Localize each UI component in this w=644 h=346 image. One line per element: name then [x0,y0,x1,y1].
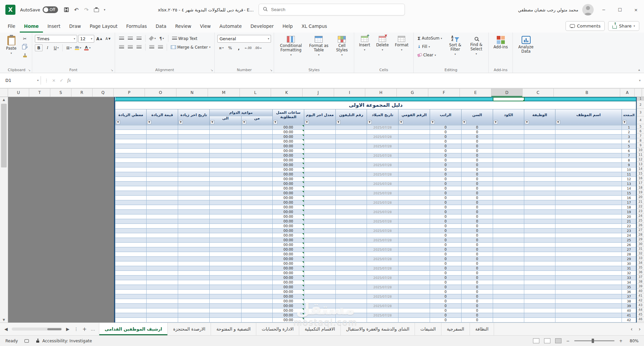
cell[interactable] [555,144,622,149]
filter-dropdown-P[interactable]: ▼ [116,120,120,124]
row-number-19[interactable]: 19 [637,190,644,195]
cell[interactable] [115,294,147,299]
cell[interactable] [304,313,336,318]
cell[interactable] [524,182,555,186]
cell[interactable] [178,97,210,101]
cell[interactable] [210,182,241,186]
search-input[interactable] [271,7,400,12]
cell[interactable] [178,276,210,280]
row-number-22[interactable]: 22 [637,204,644,209]
table-header-P[interactable]: معطي الزيادة▼ [115,109,147,125]
filter-dropdown-L[interactable]: ▼ [242,120,246,124]
cell[interactable] [241,243,273,247]
cell[interactable] [210,158,241,163]
cell[interactable] [178,229,210,233]
cell[interactable] [336,186,367,191]
cell[interactable] [115,158,147,163]
cell[interactable] [493,144,524,149]
cell[interactable]: 0 [462,205,493,210]
cell[interactable] [178,135,210,139]
row-number-1[interactable]: 1 [637,97,644,101]
cell[interactable] [115,191,147,196]
cell[interactable] [555,139,622,144]
row-number-32[interactable]: 32 [637,251,644,256]
cell[interactable] [210,125,241,130]
alignment-dialog-launcher[interactable]: ↘ [211,68,213,72]
cell[interactable] [398,135,430,139]
column-header-L[interactable]: L [240,89,271,97]
sheet-tab[interactable]: الارصدة المحتجزة [168,323,211,335]
cell[interactable] [398,290,430,294]
number-format-combo[interactable]: General▾ [217,35,271,43]
cell[interactable]: 41 [622,313,636,318]
cell[interactable] [210,304,241,308]
cell[interactable] [115,276,147,280]
cell[interactable]: 00:00 [273,266,304,271]
cell[interactable]: 35 [622,285,636,290]
cell[interactable]: 0 [462,144,493,149]
cell[interactable]: 0 [462,318,493,323]
cell[interactable]: 2025/07/28 [367,257,398,261]
column-header-G[interactable]: G [397,89,428,97]
cell[interactable] [493,257,524,261]
bold-button[interactable]: B [35,44,43,51]
cell[interactable] [210,229,241,233]
font-color-button[interactable]: A▾ [83,44,92,51]
analyze-data-button[interactable]: Analyze Data [516,35,536,67]
cell[interactable] [336,294,367,299]
cell[interactable] [304,182,336,186]
page-layout-view-button[interactable] [544,338,550,343]
cell[interactable] [336,135,367,139]
cell[interactable]: 00:00 [273,144,304,149]
filter-dropdown-J[interactable]: ▼ [305,120,309,124]
row-number-37[interactable]: 37 [637,275,644,279]
cell[interactable] [524,177,555,182]
ribbon-tab-draw[interactable]: Draw [65,19,85,33]
cell[interactable]: 00:00 [273,153,304,158]
cell[interactable]: 0 [430,144,462,149]
cell[interactable] [398,158,430,163]
cell[interactable] [398,257,430,261]
row-number-33[interactable]: 33 [637,256,644,260]
cell[interactable] [304,196,336,200]
cell[interactable] [336,158,367,163]
cell[interactable] [304,318,336,323]
table-header-C[interactable]: الوظيفة▼ [524,109,555,125]
all-sheets-button[interactable]: … [90,327,96,332]
cell[interactable] [555,177,622,182]
cell[interactable] [493,167,524,172]
cell[interactable] [524,163,555,167]
format-painter-button[interactable] [20,52,29,59]
cell[interactable] [210,167,241,172]
cell[interactable] [367,224,398,229]
cell[interactable] [398,210,430,214]
cell[interactable] [493,308,524,313]
drag-handle-icon[interactable]: ⋮ [44,78,49,83]
cell[interactable] [493,299,524,304]
cell[interactable] [241,304,273,308]
cell[interactable] [493,158,524,163]
cell[interactable] [555,205,622,210]
cell[interactable]: 0 [430,313,462,318]
cell[interactable] [241,290,273,294]
row-number-6[interactable]: 6 [637,129,644,134]
cell[interactable] [555,229,622,233]
cell[interactable] [241,313,273,318]
cell[interactable] [398,125,430,130]
cell[interactable] [241,247,273,252]
cell[interactable] [178,210,210,214]
cell[interactable] [304,144,336,149]
sort-filter-button[interactable]: AZ Sort & Filter ▾ [445,35,465,67]
cell[interactable] [304,163,336,167]
cell[interactable] [115,285,147,290]
cell[interactable] [555,97,622,101]
name-box[interactable]: D1 ▾ [3,76,41,85]
cell[interactable] [304,125,336,130]
save-button[interactable] [61,5,71,15]
cell[interactable] [304,280,336,285]
cell[interactable] [398,149,430,153]
cell[interactable] [147,130,178,135]
column-header-A[interactable]: A [620,89,635,97]
table-title[interactable]: دليل المجموعة الاولى [115,101,636,109]
cell[interactable] [555,243,622,247]
